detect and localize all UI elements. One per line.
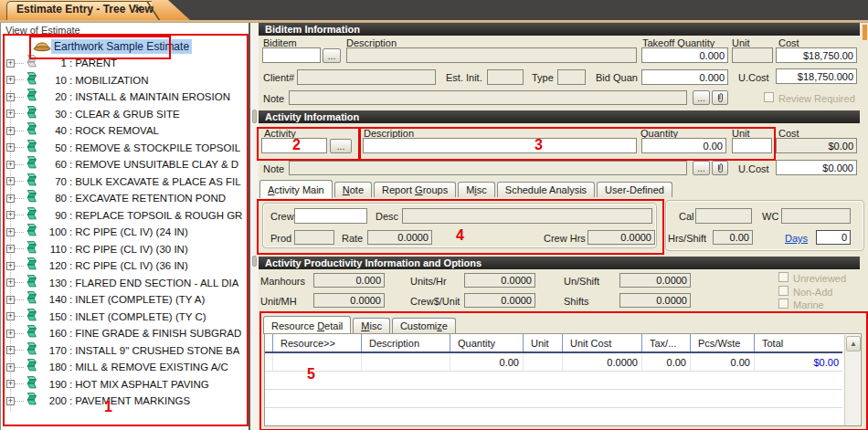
unreviewed-checkbox[interactable] bbox=[778, 272, 789, 282]
grid-cell[interactable]: 0.00 bbox=[690, 353, 754, 371]
grid-empty-row[interactable] bbox=[265, 390, 842, 408]
expand-icon[interactable]: + bbox=[6, 245, 15, 253]
grid-empty-row[interactable] bbox=[265, 408, 842, 426]
activity-unit-field[interactable] bbox=[732, 138, 772, 153]
tree-item-200[interactable]: +200:PAVEMENT MARKINGS bbox=[0, 393, 245, 410]
type-field[interactable] bbox=[557, 69, 586, 85]
close-icon[interactable]: ✕ bbox=[133, 3, 143, 16]
grid-cell[interactable]: 0.00 bbox=[450, 353, 523, 371]
expand-icon[interactable]: + bbox=[6, 346, 15, 354]
grid-cell[interactable]: $0.00 bbox=[754, 353, 842, 371]
grid-cell[interactable] bbox=[272, 353, 361, 371]
grid-column-header-unit-cost[interactable]: Unit Cost bbox=[562, 334, 641, 351]
expand-icon[interactable]: + bbox=[6, 177, 15, 185]
activity-note-browse-button[interactable]: ... bbox=[693, 161, 710, 175]
splitter-grip[interactable] bbox=[252, 256, 257, 267]
expand-icon[interactable]: + bbox=[6, 228, 15, 236]
expand-icon[interactable]: + bbox=[6, 110, 15, 118]
expand-icon[interactable]: + bbox=[6, 296, 15, 304]
takeoff-quantity-field[interactable]: 0.000 bbox=[641, 47, 728, 63]
grid-column-header-quantity[interactable]: Quantity bbox=[450, 334, 523, 351]
biditem-note-field[interactable] bbox=[289, 90, 687, 105]
attachment-icon[interactable] bbox=[712, 90, 728, 105]
tab-resource-detail[interactable]: Resource Detail bbox=[263, 316, 351, 334]
tree-item-150[interactable]: +150:INLET (COMPLETE) (TY C) bbox=[0, 309, 245, 326]
tree-item-140[interactable]: +140:INLET (COMPLETE) (TY A) bbox=[0, 291, 245, 309]
grid-cell[interactable] bbox=[523, 353, 562, 371]
tree-item-110[interactable]: +110:RC PIPE (CL IV) (30 IN) bbox=[0, 241, 245, 258]
grid-row-selector[interactable] bbox=[265, 353, 272, 371]
grid-scrollbar[interactable]: ▲ bbox=[844, 335, 860, 425]
activity-quantity-field[interactable]: 0.00 bbox=[641, 138, 726, 153]
expand-icon[interactable]: + bbox=[6, 330, 15, 338]
tree-item-90[interactable]: +90:REPLACE TOPSOIL & ROUGH GR bbox=[0, 207, 245, 225]
expand-icon[interactable]: + bbox=[6, 127, 15, 135]
grid-column-header-total[interactable]: Total bbox=[754, 334, 842, 351]
est-init-field[interactable] bbox=[487, 69, 524, 85]
tree-item-40[interactable]: +40:ROCK REMOVAL bbox=[0, 122, 245, 140]
review-required-checkbox[interactable] bbox=[764, 92, 774, 102]
client-field[interactable] bbox=[297, 69, 436, 85]
expand-icon[interactable]: + bbox=[6, 312, 15, 320]
splitter-grip[interactable] bbox=[252, 110, 257, 123]
grid-data-row[interactable]: 0.000.00000.000.00$0.00 bbox=[265, 353, 842, 372]
tree-item-50[interactable]: +50:REMOVE & STOCKPILE TOPSOIL bbox=[0, 140, 245, 157]
tab-note[interactable]: Note bbox=[334, 182, 372, 197]
crew-input[interactable] bbox=[294, 208, 367, 224]
expand-icon[interactable]: + bbox=[6, 59, 15, 68]
expand-icon[interactable]: + bbox=[6, 194, 15, 203]
grid-column-header-resource-[interactable]: Resource>> bbox=[272, 334, 361, 351]
biditem-browse-button[interactable]: ... bbox=[323, 48, 341, 63]
expand-icon[interactable]: + bbox=[6, 380, 15, 388]
grid-cell[interactable]: 0.00 bbox=[641, 353, 690, 371]
tab-customize[interactable]: Customize bbox=[392, 318, 456, 333]
expand-icon[interactable]: + bbox=[6, 211, 15, 219]
expand-icon[interactable]: + bbox=[6, 278, 15, 287]
tab-schedule-analysis[interactable]: Schedule Analysis bbox=[497, 182, 595, 197]
tree-item-20[interactable]: +20:INSTALL & MAINTAIN EROSION bbox=[0, 89, 245, 106]
tree-item-10[interactable]: +10:MOBILIZATION bbox=[0, 72, 245, 89]
tree-item-160[interactable]: +160:FINE GRADE & FINISH SUBGRAD bbox=[0, 325, 245, 342]
grid-column-header-unit[interactable]: Unit bbox=[523, 334, 562, 351]
expand-icon[interactable]: + bbox=[6, 93, 15, 101]
bid-quan-field[interactable]: 0.000 bbox=[641, 69, 728, 85]
tree-item-60[interactable]: +60:REMOVE UNSUITABLE CLAY & D bbox=[0, 156, 245, 173]
cal-field[interactable] bbox=[695, 208, 752, 224]
days-link[interactable]: Days bbox=[785, 233, 808, 244]
tree-item-1[interactable]: +1:PARENT bbox=[0, 55, 245, 72]
tree-item-80[interactable]: +80:EXCAVATE RETENTION POND bbox=[0, 190, 245, 207]
scroll-up-icon[interactable]: ▲ bbox=[846, 336, 861, 351]
biditem-note-browse-button[interactable]: ... bbox=[693, 90, 710, 105]
expand-icon[interactable]: + bbox=[6, 397, 15, 405]
days-field[interactable]: 0 bbox=[816, 230, 851, 245]
grid-column-header-pcs-wste[interactable]: Pcs/Wste bbox=[690, 334, 754, 351]
tab-user-defined[interactable]: User-Defined bbox=[597, 182, 672, 197]
wc-field[interactable] bbox=[781, 208, 851, 224]
grid-empty-row[interactable] bbox=[265, 372, 842, 390]
expand-icon[interactable]: + bbox=[6, 363, 15, 372]
expand-icon[interactable]: + bbox=[6, 143, 15, 152]
tab-activity-main[interactable]: Activity Main bbox=[259, 180, 333, 198]
grid-cell[interactable]: 0.0000 bbox=[562, 353, 641, 371]
tab-misc[interactable]: Misc bbox=[458, 182, 495, 197]
grid-column-header-tax-[interactable]: Tax/... bbox=[641, 334, 690, 351]
tree-item-130[interactable]: +130:FLARED END SECTION - ALL DIA bbox=[0, 275, 245, 292]
biditem-input[interactable] bbox=[262, 47, 321, 63]
tree-item-170[interactable]: +170:INSTALL 9" CRUSHED STONE BA bbox=[0, 342, 245, 360]
marine-checkbox[interactable] bbox=[778, 299, 789, 309]
activity-browse-button[interactable]: ... bbox=[330, 139, 352, 153]
tree-item-190[interactable]: +190:HOT MIX ASPHALT PAVING bbox=[0, 376, 245, 393]
activity-description-field[interactable] bbox=[363, 138, 637, 153]
expand-icon[interactable]: + bbox=[6, 161, 15, 169]
non-add-checkbox[interactable] bbox=[778, 286, 789, 296]
tree-item-120[interactable]: +120:RC PIPE (CL IV) (36 IN) bbox=[0, 257, 245, 275]
tree-item-180[interactable]: +180:MILL & REMOVE EXISTING A/C bbox=[0, 359, 245, 376]
expand-icon[interactable]: + bbox=[6, 262, 15, 270]
tree-item-100[interactable]: +100:RC PIPE (CL IV) (24 IN) bbox=[0, 224, 245, 241]
grid-column-header-description[interactable]: Description bbox=[361, 334, 450, 351]
tab-misc[interactable]: Misc bbox=[353, 318, 390, 333]
expand-icon[interactable]: + bbox=[6, 76, 15, 84]
tab-report-groups[interactable]: Report Groups bbox=[374, 182, 456, 197]
grid-cell[interactable] bbox=[361, 353, 450, 371]
tree-item-70[interactable]: +70:BULK EXCAVATE & PLACE AS FIL bbox=[0, 173, 245, 191]
